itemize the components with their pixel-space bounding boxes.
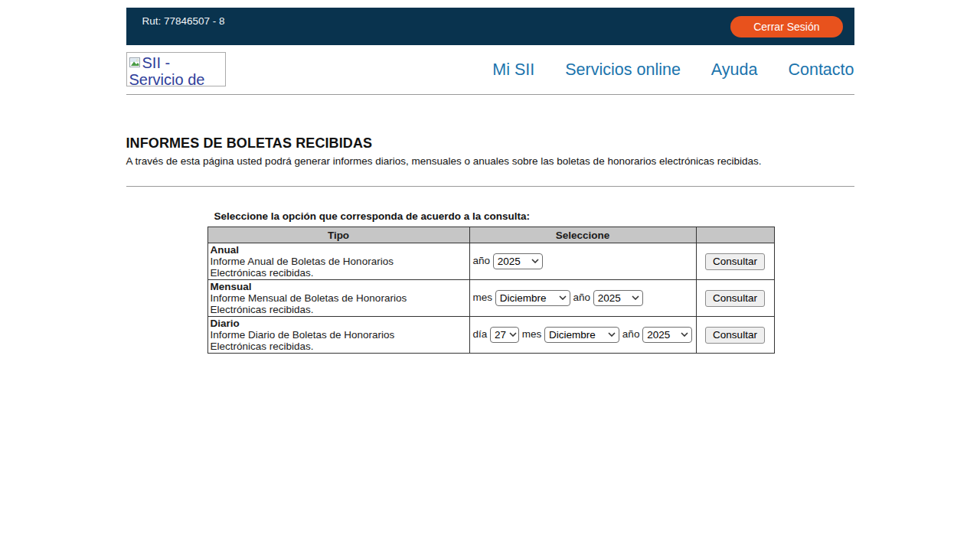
diario-year-label: año <box>622 328 640 340</box>
diario-consultar-button[interactable]: Consultar <box>705 327 765 344</box>
diario-action-cell: Consultar <box>696 317 774 354</box>
column-header-tipo: Tipo <box>207 227 469 243</box>
mensual-description: Informe Mensual de Boletas de Honorarios… <box>211 292 422 315</box>
mensual-year-select[interactable]: 2025 <box>593 290 643 306</box>
diario-year-select[interactable]: 2025 <box>642 327 692 343</box>
mensual-month-select[interactable]: Diciembre <box>495 290 570 306</box>
page-description: A través de esta página usted podrá gene… <box>126 155 854 167</box>
table-header-row: Tipo Seleccione <box>207 227 774 243</box>
diario-month-select[interactable]: Diciembre <box>544 327 619 343</box>
site-header: SII - Servicio de Impuestos Internos Mi … <box>126 45 854 95</box>
column-header-action <box>696 227 774 243</box>
mensual-year-label: año <box>573 292 591 303</box>
logout-button[interactable]: Cerrar Sesión <box>730 16 842 37</box>
nav-item-contacto[interactable]: Contacto <box>788 60 854 80</box>
diario-type-cell: Diario Informe Diario de Boletas de Hono… <box>207 317 469 354</box>
mensual-select-cell: mes Diciembre año 2025 <box>469 280 696 317</box>
diario-description: Informe Diario de Boletas de Honorarios … <box>211 329 422 352</box>
anual-select-cell: año 2025 <box>469 243 696 280</box>
nav-item-ayuda[interactable]: Ayuda <box>711 60 758 80</box>
anual-description: Informe Anual de Boletas de Honorarios E… <box>211 256 422 279</box>
column-header-seleccione: Seleccione <box>469 227 696 243</box>
rut-label: Rut: 77846507 - 8 <box>142 8 225 27</box>
anual-year-label: año <box>473 255 491 266</box>
form-instruction: Seleccione la opción que corresponda de … <box>214 210 854 222</box>
mensual-action-cell: Consultar <box>696 280 774 317</box>
page-title: INFORMES DE BOLETAS RECIBIDAS <box>126 135 854 152</box>
main-nav: Mi SII Servicios online Ayuda Contacto <box>492 45 854 94</box>
diario-type-label: Diario <box>211 318 467 329</box>
section-divider <box>126 186 854 187</box>
diario-day-select[interactable]: 27 <box>490 327 519 343</box>
report-options-table: Tipo Seleccione Anual Informe Anual de B… <box>207 227 775 354</box>
anual-year-select[interactable]: 2025 <box>493 253 543 269</box>
page-container: Rut: 77846507 - 8 Cerrar Sesión SII - Se… <box>126 8 854 354</box>
sii-logo-alt-text: SII - Servicio de Impuestos Internos <box>129 54 205 86</box>
mensual-month-label: mes <box>473 292 493 303</box>
nav-item-servicios-online[interactable]: Servicios online <box>565 60 681 80</box>
mensual-type-cell: Mensual Informe Mensual de Boletas de Ho… <box>207 280 469 317</box>
broken-image-icon <box>129 55 142 72</box>
anual-consultar-button[interactable]: Consultar <box>705 253 765 270</box>
diario-month-label: mes <box>522 328 542 340</box>
table-row-diario: Diario Informe Diario de Boletas de Hono… <box>207 317 774 354</box>
nav-item-mi-sii[interactable]: Mi SII <box>492 60 534 80</box>
diario-day-label: día <box>473 328 488 340</box>
session-topbar: Rut: 77846507 - 8 Cerrar Sesión <box>126 8 854 45</box>
table-row-mensual: Mensual Informe Mensual de Boletas de Ho… <box>207 280 774 317</box>
anual-action-cell: Consultar <box>696 243 774 280</box>
anual-type-label: Anual <box>211 244 467 256</box>
mensual-type-label: Mensual <box>211 281 467 292</box>
sii-logo-link[interactable]: SII - Servicio de Impuestos Internos <box>126 52 226 86</box>
table-row-anual: Anual Informe Anual de Boletas de Honora… <box>207 243 774 280</box>
anual-type-cell: Anual Informe Anual de Boletas de Honora… <box>207 243 469 280</box>
mensual-consultar-button[interactable]: Consultar <box>705 290 765 307</box>
diario-select-cell: día 27 mes Diciembre año 2025 <box>469 317 696 354</box>
